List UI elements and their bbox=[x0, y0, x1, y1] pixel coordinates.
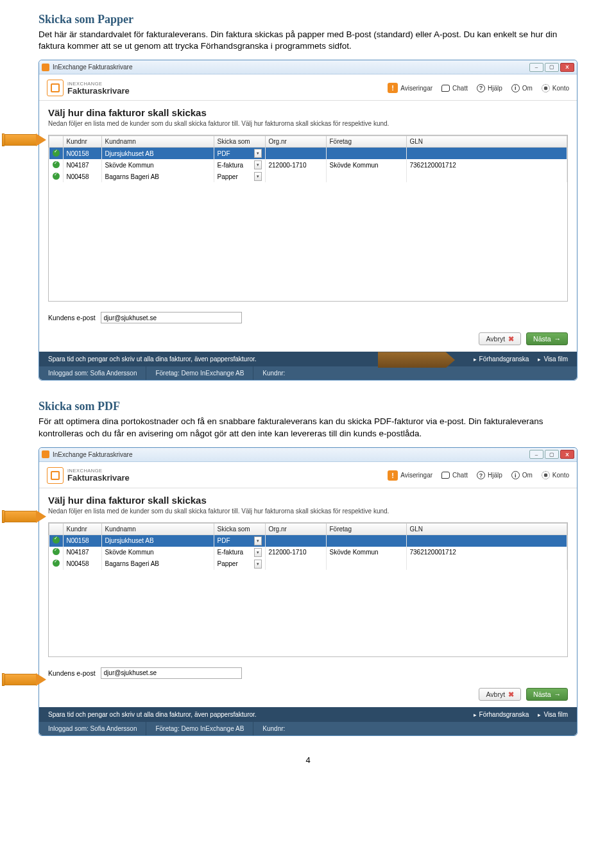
cell-skicka[interactable]: E-faktura▾ bbox=[214, 547, 265, 558]
cell-gln bbox=[406, 148, 567, 160]
minimize-button[interactable]: – bbox=[529, 450, 543, 459]
om-link[interactable]: iOm bbox=[511, 471, 533, 479]
cell-kundnr: N00458 bbox=[63, 171, 101, 182]
next-button[interactable]: Nästa → bbox=[526, 332, 568, 345]
status-ok-icon bbox=[53, 560, 60, 567]
col-status[interactable] bbox=[49, 523, 64, 535]
col-foretag[interactable]: Företag bbox=[326, 523, 406, 535]
cell-kundnr: N00458 bbox=[63, 558, 101, 570]
cell-skicka[interactable]: Papper▾ bbox=[214, 558, 265, 570]
action-row: Avbryt ✖ Nästa → bbox=[39, 684, 577, 707]
cancel-button[interactable]: Avbryt ✖ bbox=[479, 332, 521, 345]
email-row: Kundens e-post bbox=[39, 307, 577, 329]
visa-film-link[interactable]: Visa film bbox=[538, 711, 568, 718]
aviseringar-label: Aviseringar bbox=[400, 472, 432, 479]
forhandsgranska-link[interactable]: Förhandsgranska bbox=[474, 355, 529, 363]
cell-skicka[interactable]: E-faktura▾ bbox=[214, 159, 265, 171]
table-row[interactable]: N04187 Skövde Kommun E-faktura▾ 212000-1… bbox=[49, 547, 567, 558]
cell-foretag: Skövde Kommun bbox=[326, 159, 406, 171]
minimize-button[interactable]: – bbox=[529, 63, 543, 72]
cell-skicka[interactable]: Papper▾ bbox=[214, 171, 265, 182]
footer-text: Spara tid och pengar och skriv ut alla d… bbox=[48, 711, 257, 718]
chevron-down-icon[interactable]: ▾ bbox=[254, 536, 262, 545]
app-icon bbox=[42, 64, 49, 71]
play-icon bbox=[474, 711, 477, 718]
next-button[interactable]: Nästa → bbox=[526, 688, 568, 701]
col-gln[interactable]: GLN bbox=[406, 136, 567, 148]
section-text-2: För att optimera dina portokostnader och… bbox=[38, 416, 578, 439]
close-icon: ✖ bbox=[508, 335, 514, 343]
konto-link[interactable]: Konto bbox=[542, 471, 569, 479]
aviseringar-link[interactable]: !Aviseringar bbox=[388, 83, 432, 93]
col-org[interactable]: Org.nr bbox=[265, 523, 326, 535]
cell-kundnr: N00158 bbox=[63, 535, 101, 547]
cell-skicka[interactable]: PDF▾ bbox=[214, 148, 265, 160]
cell-foretag bbox=[326, 171, 406, 182]
table-row[interactable]: N00158 Djursjukhuset AB PDF▾ bbox=[49, 535, 567, 547]
visa-film-link[interactable]: Visa film bbox=[538, 355, 568, 363]
cell-skicka-value: PDF bbox=[218, 150, 230, 157]
chatt-label: Chatt bbox=[452, 472, 468, 479]
hjalp-link[interactable]: ?Hjälp bbox=[477, 471, 502, 479]
chevron-down-icon[interactable]: ▾ bbox=[254, 548, 262, 557]
aviseringar-link[interactable]: !Aviseringar bbox=[388, 470, 432, 481]
col-skicka[interactable]: Skicka som bbox=[214, 523, 265, 535]
om-link[interactable]: iOm bbox=[511, 84, 533, 92]
col-kundnamn[interactable]: Kundnamn bbox=[101, 136, 214, 148]
col-status[interactable] bbox=[49, 136, 64, 148]
footer-text: Spara tid och pengar och skriv ut alla d… bbox=[48, 355, 257, 363]
cell-skicka-value: Papper bbox=[218, 560, 238, 567]
col-org[interactable]: Org.nr bbox=[265, 136, 326, 148]
footer-bar: Spara tid och pengar och skriv ut alla d… bbox=[39, 352, 577, 366]
brand-big: Fakturaskrivare bbox=[67, 87, 130, 96]
status-kundnr: Kundnr: bbox=[253, 722, 577, 735]
info-icon: i bbox=[511, 84, 520, 92]
window-controls: – ▢ X bbox=[529, 450, 574, 459]
hjalp-link[interactable]: ?Hjälp bbox=[477, 84, 502, 92]
cell-org: 212000-1710 bbox=[265, 547, 326, 558]
forhandsgranska-link[interactable]: Förhandsgranska bbox=[474, 711, 529, 718]
app-window-2: InExchange Fakturaskrivare – ▢ X INEXCHA… bbox=[38, 447, 578, 736]
col-kundnr[interactable]: Kundnr bbox=[63, 136, 101, 148]
col-kundnamn[interactable]: Kundnamn bbox=[101, 523, 214, 535]
table-row[interactable]: N00158 Djursjukhuset AB PDF▾ bbox=[49, 148, 567, 160]
cancel-button[interactable]: Avbryt ✖ bbox=[479, 688, 521, 701]
gear-icon bbox=[542, 84, 550, 92]
cell-skicka[interactable]: PDF▾ bbox=[214, 535, 265, 547]
table-row[interactable]: N00458 Bagarns Bageri AB Papper▾ bbox=[49, 171, 567, 182]
chatt-link[interactable]: Chatt bbox=[441, 85, 468, 92]
email-field[interactable] bbox=[101, 312, 242, 323]
page-title: Välj hur dina fakturor skall skickas bbox=[48, 107, 568, 118]
table-row[interactable]: N04187 Skövde Kommun E-faktura▾ 212000-1… bbox=[49, 159, 567, 171]
cell-kundnamn: Djursjukhuset AB bbox=[101, 148, 214, 160]
cancel-label: Avbryt bbox=[486, 690, 505, 698]
col-foretag[interactable]: Företag bbox=[326, 136, 406, 148]
chevron-down-icon[interactable]: ▾ bbox=[254, 160, 262, 169]
visa-film-label: Visa film bbox=[543, 355, 568, 363]
table-row[interactable]: N00458 Bagarns Bageri AB Papper▾ bbox=[49, 558, 567, 570]
visa-film-label: Visa film bbox=[543, 711, 568, 718]
customers-table-wrap: Kundnr Kundnamn Skicka som Org.nr Företa… bbox=[48, 522, 568, 657]
maximize-button[interactable]: ▢ bbox=[545, 450, 559, 459]
chevron-down-icon[interactable]: ▾ bbox=[254, 149, 262, 158]
customers-table-wrap: Kundnr Kundnamn Skicka som Org.nr Företa… bbox=[48, 135, 568, 302]
window-title: InExchange Fakturaskrivare bbox=[53, 451, 133, 458]
chevron-down-icon[interactable]: ▾ bbox=[254, 560, 262, 569]
close-button[interactable]: X bbox=[560, 63, 574, 72]
close-button[interactable]: X bbox=[560, 450, 574, 459]
chevron-down-icon[interactable]: ▾ bbox=[254, 172, 262, 181]
arrow-right-icon: → bbox=[554, 335, 561, 343]
cell-kundnr: N00158 bbox=[63, 148, 101, 160]
customers-table: Kundnr Kundnamn Skicka som Org.nr Företa… bbox=[49, 135, 567, 182]
chat-icon bbox=[441, 472, 450, 479]
titlebar: InExchange Fakturaskrivare – ▢ X bbox=[39, 60, 577, 74]
col-skicka[interactable]: Skicka som bbox=[214, 136, 265, 148]
col-kundnr[interactable]: Kundnr bbox=[63, 523, 101, 535]
konto-link[interactable]: Konto bbox=[542, 84, 569, 92]
chatt-link[interactable]: Chatt bbox=[441, 472, 468, 479]
email-field[interactable] bbox=[101, 667, 242, 679]
cell-foretag bbox=[326, 535, 406, 547]
maximize-button[interactable]: ▢ bbox=[545, 63, 559, 72]
col-gln[interactable]: GLN bbox=[406, 523, 567, 535]
cell-foretag bbox=[326, 148, 406, 160]
